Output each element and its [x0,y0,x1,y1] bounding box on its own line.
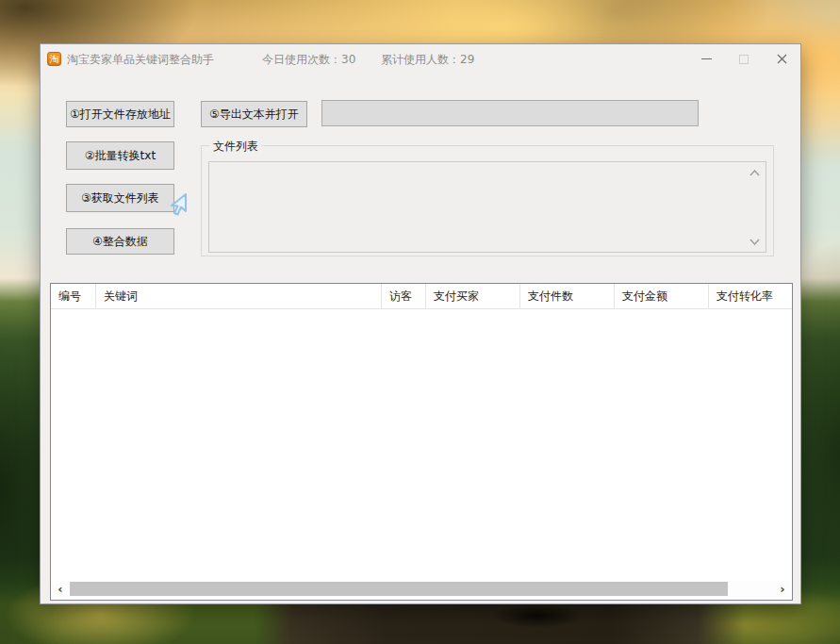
app-window: 淘 淘宝卖家单品关键词整合助手 今日使用次数：30 累计使用人数：29 ①打开文… [40,43,801,604]
usage-today-label: 今日使用次数：30 [262,44,355,74]
batch-convert-button[interactable]: ②批量转换txt [66,141,174,170]
file-list-box[interactable] [208,161,766,253]
usage-total-label: 累计使用人数：29 [381,44,474,74]
export-open-button[interactable]: ⑤导出文本并打开 [201,101,307,127]
mouse-cursor-icon [166,192,189,217]
chevron-down-icon [749,239,760,245]
file-list-group: 文件列表 [201,145,774,256]
merge-data-button[interactable]: ④整合数据 [66,228,174,255]
open-folder-button[interactable]: ①打开文件存放地址 [66,101,174,127]
column-header-conv-rate[interactable]: 支付转化率 [709,284,792,308]
results-table: 编号 关键词 访客 支付买家 支付件数 支付金额 支付转化率 ‹ › [50,283,793,601]
column-header-id[interactable]: 编号 [51,284,96,308]
column-header-items[interactable]: 支付件数 [520,284,615,308]
close-button[interactable] [763,44,800,74]
get-file-list-button[interactable]: ③获取文件列表 [66,184,174,212]
maximize-button[interactable] [725,44,763,74]
scroll-left-button[interactable]: ‹ [52,581,69,597]
scrollbar-thumb[interactable] [70,582,728,596]
horizontal-scrollbar[interactable]: ‹ › [52,581,791,597]
export-path-field[interactable] [321,100,699,126]
scroll-right-button[interactable]: › [774,581,791,597]
title-bar[interactable]: 淘 淘宝卖家单品关键词整合助手 今日使用次数：30 累计使用人数：29 [41,44,800,74]
table-body-empty [51,309,792,564]
column-header-amount[interactable]: 支付金额 [615,284,709,308]
table-header-row: 编号 关键词 访客 支付买家 支付件数 支付金额 支付转化率 [51,284,792,309]
app-icon: 淘 [47,52,61,66]
close-icon [777,54,787,64]
minimize-button[interactable] [687,44,725,74]
scroll-down-button[interactable] [748,237,761,246]
file-list-group-label: 文件列表 [209,139,262,155]
maximize-icon [739,55,749,64]
desktop-background-shed [255,604,745,644]
chevron-up-icon [749,170,760,176]
column-header-buyers[interactable]: 支付买家 [426,284,520,308]
minimize-icon [701,58,712,59]
column-header-visitors[interactable]: 访客 [382,284,426,308]
window-title: 淘宝卖家单品关键词整合助手 [67,44,214,74]
column-header-keyword[interactable]: 关键词 [96,284,382,308]
scroll-up-button[interactable] [748,168,761,177]
window-controls [687,44,800,74]
